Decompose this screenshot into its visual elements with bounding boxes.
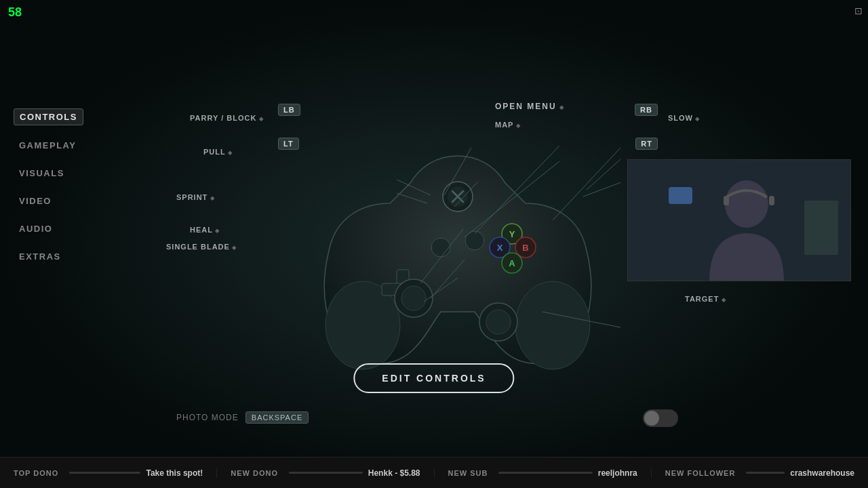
svg-point-7: [486, 310, 511, 334]
sidebar-item-controls[interactable]: CONTROLS: [14, 108, 83, 125]
svg-point-8: [431, 238, 450, 257]
minimize-icon[interactable]: ⊡: [854, 5, 863, 16]
stream-section-new-sub: New Sub reeljohnra: [435, 468, 652, 478]
svg-point-5: [401, 286, 426, 310]
new-follower-label: New Follower: [665, 469, 736, 477]
stream-section-new-dono: New Dono Henkk - $5.88: [217, 468, 434, 478]
top-dono-label: Top Dono: [14, 469, 58, 477]
svg-rect-38: [804, 201, 838, 255]
new-dono-label: New Dono: [231, 469, 278, 477]
edit-controls-button[interactable]: EDIT CONTROLS: [353, 363, 514, 393]
lt-badge: LT: [278, 138, 299, 150]
toggle-switch[interactable]: [643, 409, 678, 427]
svg-rect-36: [769, 196, 774, 205]
heal-label: HEAL: [190, 226, 220, 234]
svg-line-29: [587, 141, 620, 190]
open-menu-label: OPEN MENU: [495, 102, 565, 111]
sidebar-item-visuals[interactable]: VISUALS: [14, 165, 83, 181]
svg-text:B: B: [522, 243, 528, 253]
slow-label: SLOW: [668, 114, 700, 122]
new-follower-value: crashwarehouse: [790, 468, 854, 478]
stream-section-new-follower: New Follower crashwarehouse: [652, 468, 868, 478]
svg-rect-37: [669, 187, 692, 204]
svg-point-34: [725, 180, 768, 228]
webcam-overlay: [627, 159, 851, 281]
timer-display: 58: [8, 5, 22, 20]
new-sub-progress: [498, 472, 592, 474]
svg-text:A: A: [509, 258, 515, 268]
sidebar-item-audio[interactable]: AUDIO: [14, 221, 83, 237]
new-sub-label: New Sub: [448, 469, 488, 477]
lb-badge: LB: [278, 104, 300, 116]
photo-mode-section: Photo Mode BACKSPACE: [176, 411, 309, 424]
sidebar-item-extras[interactable]: EXTRAS: [14, 249, 83, 264]
parry-label: PARRY / BLOCK: [190, 114, 264, 122]
svg-rect-35: [724, 196, 729, 205]
photo-mode-label: Photo Mode: [176, 413, 239, 422]
toggle-knob: [644, 411, 659, 426]
photo-mode-key: BACKSPACE: [245, 411, 309, 424]
svg-line-30: [583, 175, 620, 197]
new-dono-value: Henkk - $5.88: [368, 468, 420, 478]
svg-text:X: X: [497, 243, 503, 253]
stream-section-top-dono: Top Dono Take this spot!: [0, 468, 217, 478]
new-sub-value: reeljohnra: [598, 468, 637, 478]
sidebar-item-video[interactable]: VIDEO: [14, 193, 83, 209]
sidebar-item-gameplay[interactable]: GAMEPLAY: [14, 138, 83, 153]
new-follower-progress: [746, 472, 785, 474]
single-blade-label: SINGLE BLADE: [166, 243, 237, 251]
new-dono-progress: [289, 472, 363, 474]
map-label: MAP: [495, 121, 521, 129]
top-dono-value: Take this spot!: [146, 468, 203, 478]
pull-label: PULL: [203, 148, 233, 156]
top-dono-progress: [69, 472, 140, 474]
sprint-label: SPRINT: [176, 193, 215, 201]
svg-text:Y: Y: [509, 229, 515, 239]
sidebar: CONTROLS GAMEPLAY VISUALS VIDEO AUDIO EX…: [14, 108, 83, 264]
target-label: TARGET: [685, 295, 726, 303]
stream-bar: Top Dono Take this spot! New Dono Henkk …: [0, 457, 868, 488]
rt-badge: RT: [635, 138, 658, 150]
webcam-feed: [628, 160, 850, 281]
svg-point-1: [515, 281, 590, 369]
controller-diagram: Y X B A: [295, 115, 620, 373]
rb-badge: RB: [635, 104, 658, 116]
svg-line-31: [553, 148, 620, 220]
